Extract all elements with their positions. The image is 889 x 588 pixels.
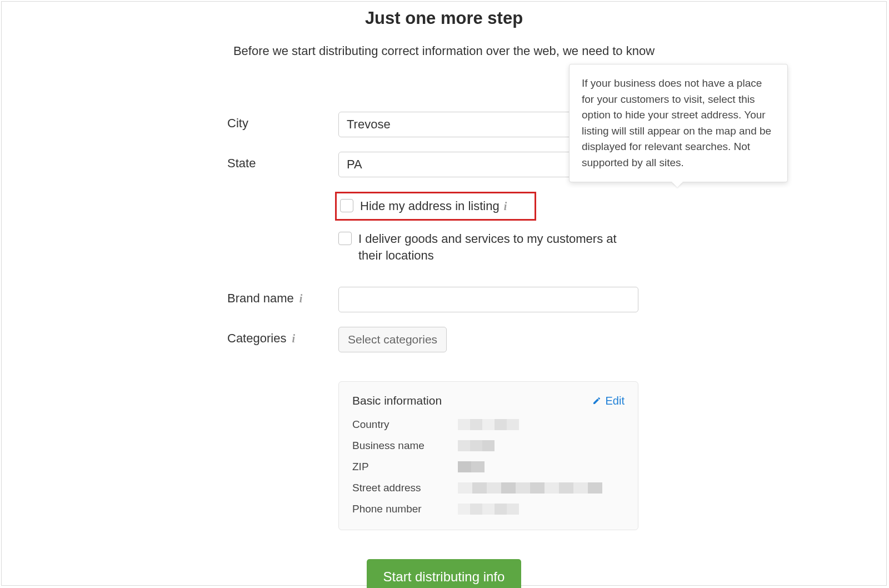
checkbox-hide-address[interactable]: [340, 199, 353, 212]
checkbox-deliver[interactable]: [338, 232, 352, 245]
redacted-value: [458, 440, 495, 451]
info-phone-number-key: Phone number: [352, 503, 447, 515]
redacted-value: [458, 461, 485, 472]
label-categories: Categories i: [227, 327, 338, 346]
label-state: State: [227, 152, 338, 171]
label-brand-text: Brand name: [227, 291, 294, 306]
page-frame: Just one more step Before we start distr…: [1, 1, 887, 586]
redacted-value: [458, 504, 519, 515]
label-brand: Brand name i: [227, 287, 338, 306]
basic-info-list: Country Business name ZIP: [352, 418, 625, 515]
hide-address-tooltip: If your business does not have a place f…: [569, 64, 788, 182]
checkbox-deliver-label: I deliver goods and services to my custo…: [358, 231, 625, 265]
info-icon[interactable]: i: [292, 333, 295, 344]
info-street-address-key: Street address: [352, 482, 447, 494]
basic-info-title: Basic information: [352, 394, 442, 407]
checkbox-hide-address-row: Hide my address in listing i: [335, 192, 536, 221]
content-container: Just one more step Before we start distr…: [227, 8, 661, 588]
checkbox-deliver-row: I deliver goods and services to my custo…: [338, 231, 661, 265]
info-icon[interactable]: i: [504, 201, 507, 212]
basic-info-card: Basic information Edit Country Business …: [338, 381, 638, 530]
row-brand: Brand name i: [227, 287, 661, 312]
row-categories: Categories i Select categories: [227, 327, 661, 352]
info-country: Country: [352, 418, 625, 431]
col-brand: [338, 287, 661, 312]
info-street-address: Street address: [352, 482, 625, 494]
start-distributing-button[interactable]: Start distributing info: [367, 559, 522, 588]
info-zip-key: ZIP: [352, 461, 447, 473]
info-country-key: Country: [352, 418, 447, 431]
checkbox-hide-address-label: Hide my address in listing: [360, 198, 500, 215]
info-phone-number: Phone number: [352, 503, 625, 515]
redacted-value: [458, 419, 519, 430]
checkbox-hide-address-label-wrap: Hide my address in listing i: [360, 198, 507, 215]
info-business-name-key: Business name: [352, 440, 447, 452]
basic-info-header: Basic information Edit: [352, 394, 625, 407]
submit-wrap: Start distributing info: [227, 559, 661, 588]
tooltip-text: If your business does not have a place f…: [582, 77, 771, 168]
redacted-value: [458, 482, 602, 494]
label-city: City: [227, 112, 338, 131]
page-subtitle: Before we start distributing correct inf…: [227, 44, 661, 58]
edit-link-text: Edit: [606, 395, 625, 407]
page-title: Just one more step: [227, 8, 661, 28]
edit-link[interactable]: Edit: [592, 395, 625, 407]
info-business-name: Business name: [352, 440, 625, 452]
col-categories: Select categories: [338, 327, 661, 352]
brand-input[interactable]: [338, 287, 638, 312]
label-categories-text: Categories: [227, 331, 286, 346]
select-categories-button[interactable]: Select categories: [338, 327, 447, 352]
info-icon[interactable]: i: [299, 293, 303, 304]
info-zip: ZIP: [352, 461, 625, 473]
pencil-icon: [592, 396, 601, 405]
